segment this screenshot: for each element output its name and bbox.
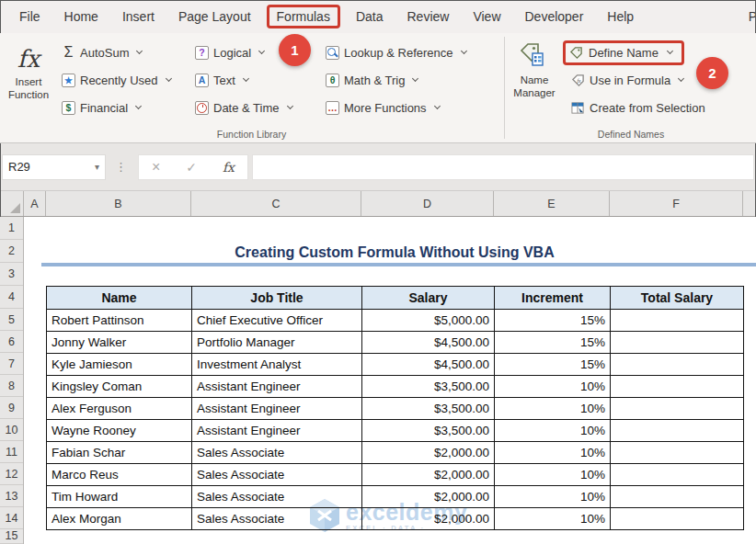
- cell-job-title[interactable]: Sales Associate: [192, 464, 362, 486]
- row-header[interactable]: 1: [0, 217, 23, 240]
- cell-job-title[interactable]: Chief Executive Officer: [192, 310, 362, 332]
- cell-name[interactable]: Wayne Rooney: [47, 420, 192, 442]
- ribbon-button[interactable]: Date & Time: [190, 94, 321, 121]
- cell-total-salary[interactable]: [611, 464, 744, 486]
- cell-total-salary[interactable]: [611, 332, 744, 354]
- cell-job-title[interactable]: Assistant Engineer: [192, 376, 362, 398]
- chevron-down-icon[interactable]: [136, 48, 143, 54]
- chevron-down-icon[interactable]: [166, 75, 172, 82]
- header-increment[interactable]: Increment: [495, 287, 611, 310]
- column-header[interactable]: E: [494, 191, 610, 216]
- cell-increment[interactable]: 10%: [495, 376, 611, 398]
- chevron-down-icon[interactable]: [434, 103, 441, 109]
- ribbon-tab[interactable]: Home: [52, 4, 110, 29]
- cell-increment[interactable]: 10%: [495, 464, 611, 486]
- row-header[interactable]: 5: [0, 309, 23, 331]
- ribbon-button[interactable]: Financial: [57, 94, 190, 121]
- define-name-button[interactable]: Define Name: [563, 40, 684, 65]
- ribbon-tab[interactable]: View: [461, 4, 512, 29]
- chevron-down-icon[interactable]: [667, 48, 673, 54]
- row-header[interactable]: 6: [0, 331, 23, 353]
- cell-salary[interactable]: $5,000.00: [362, 310, 495, 332]
- header-salary[interactable]: Salary: [362, 287, 495, 310]
- cell-name[interactable]: Tim Howard: [47, 486, 192, 508]
- cell-job-title[interactable]: Sales Associate: [192, 486, 362, 508]
- cell-name[interactable]: Robert Pattinson: [47, 310, 192, 332]
- cell-increment[interactable]: 10%: [495, 398, 611, 420]
- row-header[interactable]: 13: [0, 485, 23, 507]
- cell-name[interactable]: Fabian Schar: [47, 442, 192, 464]
- row-header[interactable]: 8: [0, 375, 23, 397]
- ribbon-tab[interactable]: P: [737, 4, 756, 29]
- ribbon-tab[interactable]: Data: [344, 4, 395, 29]
- chevron-down-icon[interactable]: [412, 75, 418, 82]
- cell-name[interactable]: Kingsley Coman: [47, 376, 192, 398]
- row-header[interactable]: 4: [0, 286, 23, 309]
- cell-salary[interactable]: $2,000.00: [362, 486, 495, 508]
- ribbon-tab[interactable]: Help: [595, 4, 646, 29]
- insert-function-button[interactable]: fx Insert Function: [0, 39, 57, 124]
- column-header[interactable]: C: [191, 191, 361, 216]
- header-name[interactable]: Name: [47, 287, 192, 310]
- cell-job-title[interactable]: Assistant Engineer: [192, 398, 362, 420]
- ribbon-tab[interactable]: Page Layout: [166, 4, 263, 29]
- name-manager-button[interactable]: Name Manager: [506, 39, 563, 124]
- header-total-salary[interactable]: Total Salary: [611, 287, 744, 310]
- cell-total-salary[interactable]: [611, 508, 744, 530]
- create-from-selection-button[interactable]: Create from Selection: [567, 94, 756, 121]
- chevron-down-icon[interactable]: [243, 75, 249, 82]
- row-header[interactable]: 10: [0, 419, 23, 441]
- cell-increment[interactable]: 10%: [495, 442, 611, 464]
- column-header[interactable]: B: [46, 191, 191, 216]
- row-header[interactable]: 2: [0, 240, 23, 263]
- cell-name[interactable]: Alex Morgan: [47, 508, 192, 530]
- cell-total-salary[interactable]: [611, 442, 744, 464]
- ribbon-tab[interactable]: Formulas: [267, 5, 340, 28]
- ribbon-tab[interactable]: Insert: [110, 4, 166, 29]
- row-header[interactable]: 14: [0, 507, 23, 529]
- column-header[interactable]: D: [361, 191, 494, 216]
- chevron-down-icon[interactable]: [135, 103, 142, 109]
- cell-salary[interactable]: $3,500.00: [362, 420, 495, 442]
- cell-increment[interactable]: 10%: [495, 508, 611, 530]
- ribbon-button[interactable]: Text: [190, 66, 321, 94]
- select-all-corner[interactable]: [0, 191, 24, 216]
- cell-job-title[interactable]: Sales Associate: [192, 508, 362, 530]
- cell-name[interactable]: Marco Reus: [47, 464, 192, 486]
- cell-increment[interactable]: 15%: [495, 310, 611, 332]
- row-header[interactable]: 15: [0, 529, 23, 544]
- ribbon-tab[interactable]: Developer: [513, 4, 596, 29]
- cell-job-title[interactable]: Sales Associate: [192, 442, 362, 464]
- column-header[interactable]: A: [24, 191, 46, 216]
- cell-salary[interactable]: $2,000.00: [362, 464, 495, 486]
- cell-salary[interactable]: $4,500.00: [362, 354, 495, 376]
- formula-bar-drag-handle[interactable]: ⋮: [115, 160, 127, 174]
- cell-salary[interactable]: $3,500.00: [362, 376, 495, 398]
- ribbon-tab[interactable]: File: [7, 4, 52, 29]
- column-header[interactable]: F: [610, 191, 743, 216]
- cell-name[interactable]: Jonny Walker: [47, 332, 192, 354]
- row-header[interactable]: 7: [0, 353, 23, 375]
- cell-total-salary[interactable]: [611, 310, 744, 332]
- chevron-down-icon[interactable]: [678, 75, 684, 82]
- row-header[interactable]: 3: [0, 263, 23, 286]
- cell-salary[interactable]: $3,500.00: [362, 398, 495, 420]
- chevron-down-icon[interactable]: [286, 103, 292, 109]
- cell-job-title[interactable]: Investment Analyst: [192, 354, 362, 376]
- cell-increment[interactable]: 15%: [495, 332, 611, 354]
- name-box-dropdown-icon[interactable]: ▾: [95, 162, 99, 172]
- ribbon-button[interactable]: More Functions: [321, 94, 503, 121]
- name-box[interactable]: R29 ▾: [2, 154, 106, 180]
- row-header[interactable]: 11: [0, 441, 23, 463]
- cell-name[interactable]: Alex Ferguson: [47, 398, 192, 420]
- cell-total-salary[interactable]: [611, 398, 744, 420]
- ribbon-tab[interactable]: Review: [395, 4, 462, 29]
- cell-salary[interactable]: $2,000.00: [362, 442, 495, 464]
- ribbon-button[interactable]: Lookup & Reference: [321, 39, 503, 66]
- cell-salary[interactable]: $4,500.00: [362, 332, 495, 354]
- cell-name[interactable]: Kyle Jamieson: [47, 354, 192, 376]
- row-header[interactable]: 12: [0, 463, 23, 485]
- ribbon-button[interactable]: Recently Used: [57, 66, 190, 94]
- cell-total-salary[interactable]: [611, 354, 744, 376]
- cell-job-title[interactable]: Assistant Engineer: [192, 420, 362, 442]
